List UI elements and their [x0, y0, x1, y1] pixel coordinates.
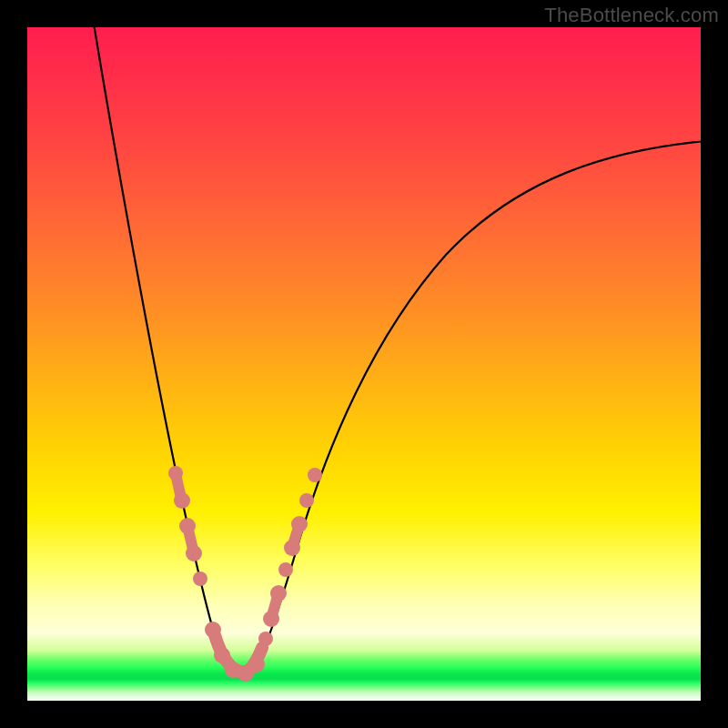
- dots-left-1: [168, 466, 183, 480]
- left-branch: [93, 18, 235, 672]
- curve-layer: [27, 27, 701, 701]
- dots-left-3: [179, 518, 196, 534]
- dots-left-4: [186, 545, 202, 561]
- dots-bottom-5: [248, 656, 265, 672]
- dots-right-6: [291, 516, 308, 532]
- dots-right-7: [299, 493, 314, 508]
- dots-right-1: [258, 632, 273, 646]
- chart-frame: TheBottleneck.com: [0, 0, 728, 728]
- dots-right-2: [263, 611, 279, 627]
- dots-right-4: [278, 562, 293, 577]
- dots-right-8: [308, 468, 322, 482]
- right-branch: [251, 141, 705, 672]
- dots-bottom-2: [214, 647, 230, 663]
- plot-area: [27, 27, 701, 701]
- dots-bottom-1: [205, 622, 221, 638]
- watermark-text: TheBottleneck.com: [544, 4, 719, 27]
- dots-right-3: [270, 585, 287, 602]
- dots-right-5: [284, 540, 300, 556]
- dots-left-5: [193, 571, 207, 586]
- dots-left-2: [174, 492, 190, 509]
